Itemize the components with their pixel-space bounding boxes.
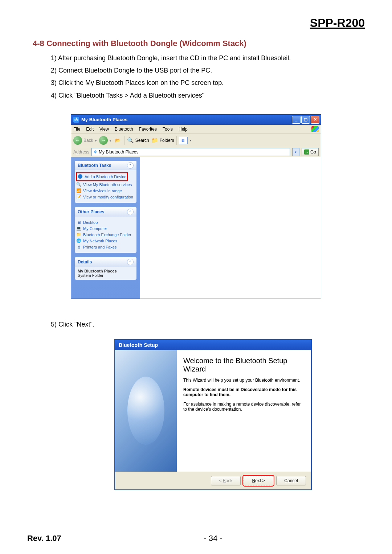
range-icon: 📶 bbox=[76, 188, 81, 193]
cancel-button[interactable]: Cancel bbox=[276, 476, 306, 485]
window-titlebar[interactable]: ⁂ My Bluetooth Places _ ▢ ✕ bbox=[71, 115, 321, 125]
wizard-text-bold: Remote devices must be in Discoverable m… bbox=[183, 387, 305, 397]
back-button: < Back bbox=[211, 476, 241, 485]
step-item: 1) After purchasing Bluetooth Dongle, in… bbox=[51, 52, 365, 64]
content-area[interactable] bbox=[140, 157, 321, 299]
collapse-icon[interactable]: ⌃ bbox=[127, 259, 134, 265]
sidebar-item-bt-exchange[interactable]: 📁Bluetooth Exchange Folder bbox=[76, 232, 135, 237]
menu-edit[interactable]: Edit bbox=[86, 127, 94, 132]
views-button[interactable]: ▦ bbox=[179, 137, 188, 144]
forward-icon: → bbox=[99, 136, 108, 145]
folder-icon: 📁 bbox=[76, 232, 81, 237]
panel-heading: Bluetooth Tasks bbox=[78, 163, 111, 168]
forward-button[interactable]: → ▾ bbox=[99, 136, 111, 145]
details-type: System Folder bbox=[78, 273, 103, 278]
minimize-button[interactable]: _ bbox=[292, 116, 301, 124]
windows-flag-icon bbox=[311, 126, 319, 132]
product-title: SPP-R200 bbox=[27, 16, 365, 30]
step-item: 3) Click the My Bluetooth Places icon on… bbox=[51, 77, 365, 89]
views-dropdown-icon[interactable]: ▾ bbox=[190, 139, 192, 142]
folders-icon: 📁 bbox=[151, 137, 158, 144]
collapse-icon[interactable]: ⌃ bbox=[127, 209, 134, 215]
menu-view[interactable]: View bbox=[99, 127, 109, 132]
step-item: 4) Click "Bluetooth Tasks > Add a Blueto… bbox=[51, 89, 365, 102]
details-panel: Details⌃ My Bluetooth Places System Fold… bbox=[75, 257, 136, 280]
close-button[interactable]: ✕ bbox=[311, 116, 319, 124]
menu-file[interactable]: File bbox=[73, 127, 80, 132]
services-icon: 🔍 bbox=[76, 182, 81, 187]
up-button[interactable]: 📂 bbox=[114, 136, 122, 145]
dialog-title[interactable]: Bluetooth Setup bbox=[115, 340, 311, 350]
back-button[interactable]: ←Back ▾ bbox=[73, 136, 97, 145]
revision-label: Rev. 1.07 bbox=[27, 534, 61, 543]
toolbar-separator bbox=[176, 136, 177, 145]
address-label: Address bbox=[73, 149, 89, 155]
wizard-heading: Welcome to the Bluetooth Setup Wizard bbox=[183, 357, 305, 373]
step-item: 5) Click "Next". bbox=[51, 321, 365, 328]
wizard-text: For assistance in making a remote device… bbox=[183, 402, 305, 412]
computer-icon: 💻 bbox=[76, 226, 81, 231]
sidebar-item-view-range[interactable]: 📶View devices in range bbox=[76, 188, 135, 193]
menu-help[interactable]: Help bbox=[179, 127, 188, 132]
sidebar-item-desktop[interactable]: 🖥Desktop bbox=[76, 220, 135, 225]
config-icon: 📝 bbox=[76, 194, 81, 200]
address-dropdown[interactable]: ▾ bbox=[292, 148, 299, 156]
search-button[interactable]: 🔍Search bbox=[127, 137, 149, 144]
sidebar-item-my-computer[interactable]: 💻My Computer bbox=[76, 226, 135, 231]
go-icon: → bbox=[304, 149, 309, 155]
other-places-panel: Other Places⌃ 🖥Desktop 💻My Computer 📁Blu… bbox=[75, 207, 136, 253]
bluetooth-icon: ❖ bbox=[93, 149, 97, 155]
go-button[interactable]: →Go bbox=[302, 148, 319, 156]
menu-favorites[interactable]: Favorites bbox=[139, 127, 157, 132]
search-icon: 🔍 bbox=[127, 137, 134, 144]
address-bar: Address ❖ My Bluetooth Places ▾ →Go bbox=[71, 147, 321, 157]
collapse-icon[interactable]: ⌃ bbox=[127, 162, 134, 169]
wizard-text: This Wizard will help you set up your Bl… bbox=[183, 378, 305, 383]
bluetooth-tasks-panel: Bluetooth Tasks⌃ 🔵Add a Bluetooth Device… bbox=[75, 161, 136, 203]
menu-bar: File Edit View Bluetooth Favorites Tools… bbox=[71, 125, 321, 134]
page-number: - 34 - bbox=[204, 534, 222, 543]
window-title: My Bluetooth Places bbox=[81, 117, 292, 122]
bluetooth-icon: 🔵 bbox=[78, 174, 83, 179]
next-button[interactable]: Next > bbox=[244, 476, 273, 485]
address-field[interactable]: ❖ My Bluetooth Places bbox=[91, 148, 290, 156]
printer-icon: 🖨 bbox=[76, 245, 81, 250]
address-value: My Bluetooth Places bbox=[99, 149, 138, 155]
menu-bluetooth[interactable]: Bluetooth bbox=[115, 127, 133, 132]
desktop-icon: 🖥 bbox=[76, 220, 81, 225]
bluetooth-icon: ⁂ bbox=[73, 117, 79, 123]
maximize-button[interactable]: ▢ bbox=[301, 116, 310, 124]
sidebar-item-network[interactable]: 🌐My Network Places bbox=[76, 238, 135, 243]
section-heading: 4-8 Connecting with Bluetooth Dongle (Wi… bbox=[33, 39, 365, 48]
panel-heading: Details bbox=[78, 259, 92, 264]
toolbar: ←Back ▾ → ▾ 📂 🔍Search 📁Folders ▦▾ bbox=[71, 134, 321, 147]
wizard-dialog: Bluetooth Setup Welcome to the Bluetooth… bbox=[114, 339, 312, 490]
sidebar-item-config[interactable]: 📝View or modify configuration bbox=[76, 194, 135, 200]
sidebar-item-view-services[interactable]: 🔍View My Bluetooth services bbox=[76, 182, 135, 187]
network-icon: 🌐 bbox=[76, 238, 81, 243]
menu-tools[interactable]: Tools bbox=[163, 127, 173, 132]
side-panel: Bluetooth Tasks⌃ 🔵Add a Bluetooth Device… bbox=[71, 157, 140, 299]
step-list: 1) After purchasing Bluetooth Dongle, in… bbox=[51, 52, 365, 102]
sidebar-item-add-device[interactable]: 🔵Add a Bluetooth Device bbox=[78, 174, 126, 179]
explorer-window: ⁂ My Bluetooth Places _ ▢ ✕ File Edit Vi… bbox=[71, 114, 321, 299]
toolbar-separator bbox=[124, 136, 125, 145]
folders-button[interactable]: 📁Folders bbox=[151, 137, 174, 144]
dialog-button-row: < Back Next > Cancel bbox=[115, 472, 311, 489]
back-icon: ← bbox=[73, 136, 82, 145]
panel-heading: Other Places bbox=[78, 209, 104, 214]
wizard-sidebar-image bbox=[115, 350, 177, 472]
details-name: My Bluetooth Places bbox=[78, 269, 134, 273]
step-item: 2) Connect Bluetooth Dongle to the USB p… bbox=[51, 64, 365, 77]
sidebar-item-printers[interactable]: 🖨Printers and Faxes bbox=[76, 245, 135, 250]
